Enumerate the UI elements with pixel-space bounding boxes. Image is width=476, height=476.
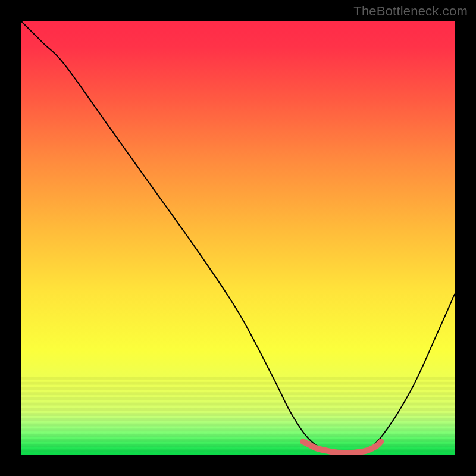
svg-rect-10 — [21, 403, 455, 406]
svg-rect-0 — [21, 377, 455, 380]
svg-rect-26 — [21, 444, 455, 447]
svg-rect-9 — [21, 400, 455, 403]
bottleneck-chart — [21, 21, 455, 455]
svg-rect-24 — [21, 439, 455, 442]
svg-rect-17 — [21, 421, 455, 424]
svg-rect-16 — [21, 418, 455, 421]
svg-rect-20 — [21, 428, 455, 431]
svg-rect-21 — [21, 431, 455, 434]
svg-rect-7 — [21, 395, 455, 398]
watermark-text: TheBottleneck.com — [353, 4, 468, 19]
svg-rect-22 — [21, 434, 455, 437]
svg-rect-1 — [21, 379, 455, 382]
svg-rect-11 — [21, 405, 455, 408]
svg-rect-25 — [21, 441, 455, 444]
svg-rect-27 — [21, 447, 455, 450]
svg-rect-8 — [21, 397, 455, 400]
chart-frame — [21, 21, 455, 455]
svg-rect-2 — [21, 382, 455, 385]
svg-rect-15 — [21, 416, 455, 419]
svg-rect-5 — [21, 390, 455, 393]
svg-rect-6 — [21, 392, 455, 395]
svg-rect-3 — [21, 384, 455, 387]
stripe-overlay — [21, 377, 455, 455]
svg-rect-4 — [21, 387, 455, 390]
svg-rect-13 — [21, 411, 455, 414]
svg-rect-28 — [21, 449, 455, 452]
svg-rect-14 — [21, 413, 455, 416]
svg-rect-29 — [21, 452, 455, 455]
svg-rect-12 — [21, 408, 455, 411]
svg-rect-23 — [21, 436, 455, 439]
